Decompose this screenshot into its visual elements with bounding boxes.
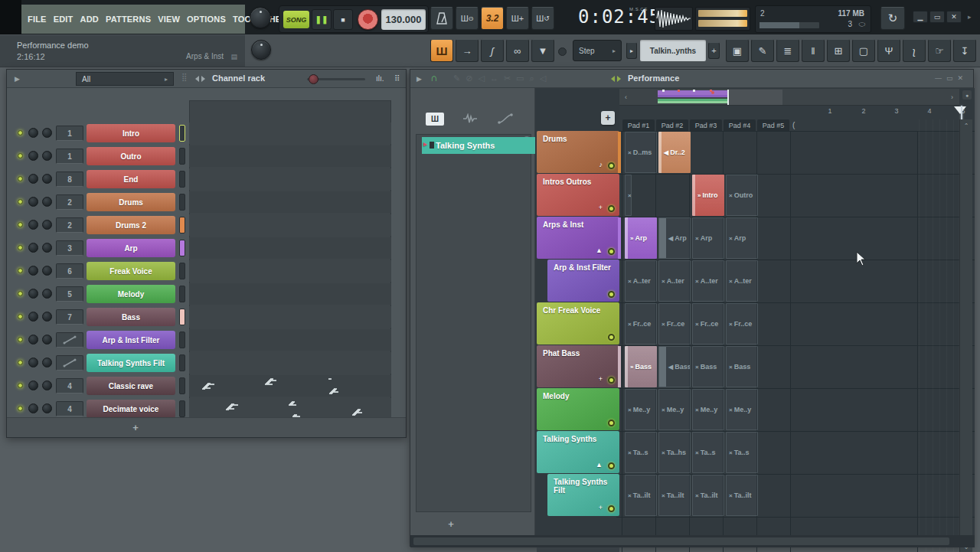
clip-fr-ce[interactable]: ×Fr..ce xyxy=(692,303,724,345)
funnel-button[interactable]: ▼ xyxy=(531,39,554,62)
track-header-arps-inst[interactable]: Arps & Inst▲ xyxy=(537,217,619,259)
track-led[interactable] xyxy=(608,205,615,212)
add-pattern-button[interactable]: + xyxy=(708,42,720,59)
channel-steps-count[interactable]: 2 xyxy=(56,194,83,210)
channel-button-intro[interactable]: Intro xyxy=(87,124,175,142)
touch-button[interactable]: ☞ xyxy=(928,39,951,62)
sequencer-strip[interactable] xyxy=(189,283,391,305)
pattern-indicator[interactable] xyxy=(179,240,185,256)
sequencer-strip[interactable] xyxy=(189,260,391,282)
sequencer-strip[interactable] xyxy=(189,191,391,213)
clip-arp[interactable]: ×Arp xyxy=(692,217,724,259)
toggle-channel-rack-button[interactable]: ≣ xyxy=(776,39,799,62)
channel-led[interactable] xyxy=(18,130,23,136)
track-header-talking-synths-filt[interactable]: Talking Synths Filt+ xyxy=(547,474,619,516)
clip-me-y[interactable]: ×Me..y xyxy=(658,389,691,430)
clip-fr-ce[interactable]: ×Fr..ce xyxy=(726,303,758,345)
close-button[interactable]: ✕ xyxy=(946,11,962,23)
volume-knob[interactable] xyxy=(42,403,52,413)
channel-steps-count[interactable]: 7 xyxy=(56,309,83,325)
clip-intro[interactable]: »Intro xyxy=(692,175,724,216)
track-led[interactable] xyxy=(608,248,615,255)
drag-handle-icon[interactable]: ⣿ xyxy=(181,73,186,81)
menu-view[interactable]: VIEW xyxy=(158,15,180,24)
channel-steps-count[interactable]: 8 xyxy=(56,171,83,187)
pattern-indicator[interactable] xyxy=(179,286,185,302)
plugin-database-button[interactable]: ▢ xyxy=(852,39,875,62)
channel-steps-count[interactable]: 6 xyxy=(56,263,83,279)
countdown-button[interactable]: 3.2 xyxy=(481,7,504,30)
track-led[interactable] xyxy=(608,377,615,384)
channel-rack-header[interactable]: ▶ All ▸ ⣿ Channel rack ılı. ⠿ xyxy=(7,70,406,88)
clip-d-ms[interactable]: ×D..ms xyxy=(625,132,657,173)
add-channel-button[interactable]: + xyxy=(122,420,149,434)
pan-knob[interactable] xyxy=(28,197,38,207)
channel-button-outro[interactable]: Outro xyxy=(87,147,175,165)
clip-ta-s[interactable]: ×Ta..s xyxy=(692,432,724,473)
link-button[interactable]: ∞ xyxy=(506,39,529,62)
track-led[interactable] xyxy=(608,162,615,169)
blend-notes-button[interactable]: Ш+ xyxy=(506,7,529,30)
plugin-button[interactable]: Ψ xyxy=(877,39,900,62)
clip-a-ter[interactable]: ×A..ter xyxy=(658,260,691,302)
channel-button-end[interactable]: End xyxy=(87,170,175,188)
clip-arp[interactable]: ◀Arp xyxy=(658,217,691,259)
clip-bass[interactable]: »Bass xyxy=(625,346,657,387)
track-badge-tri[interactable]: ▲ xyxy=(596,461,603,469)
pattern-indicator[interactable] xyxy=(179,194,185,211)
clip-arp[interactable]: »Arp xyxy=(625,217,657,259)
track-badge-note[interactable]: ♪ xyxy=(599,161,603,168)
tempo-display[interactable]: 130.000 xyxy=(381,9,426,30)
step-edit-button[interactable]: → xyxy=(456,39,479,62)
slide-button[interactable]: ʃ xyxy=(481,39,504,62)
track-header-phat-bass[interactable]: Phat Bass+ xyxy=(537,345,619,387)
channel-led[interactable] xyxy=(18,291,23,296)
track-header-talking-synths[interactable]: Talking Synths▲ xyxy=(537,431,619,473)
pause-button[interactable]: ❚❚ xyxy=(312,9,332,30)
volume-knob[interactable] xyxy=(42,358,52,367)
volume-knob[interactable] xyxy=(42,128,52,138)
renew-button[interactable]: ↺ xyxy=(880,7,905,30)
playlist-collapse-arrow[interactable]: ▶ xyxy=(416,75,422,83)
channel-led[interactable] xyxy=(18,268,23,273)
channel-filter-dropdown[interactable]: All ▸ xyxy=(76,72,174,86)
channel-steps-count[interactable]: 1 xyxy=(56,149,83,164)
track-badge-plus[interactable]: + xyxy=(599,504,603,511)
metronome-button[interactable] xyxy=(430,7,453,30)
playlist-header[interactable]: ▶ ∩ ✎⊘◁↔✂▭⌕◁ Performance ―▭✕ xyxy=(410,70,973,88)
sequencer-strip[interactable] xyxy=(189,214,391,236)
track-badge-tri[interactable]: ▲ xyxy=(596,247,603,254)
clip-fr-ce[interactable]: ×Fr..ce xyxy=(625,303,657,345)
channel-steps-count[interactable]: 2 xyxy=(56,217,83,233)
swing-slider-knob[interactable] xyxy=(309,74,318,84)
channel-led[interactable] xyxy=(18,406,23,411)
channel-button-decimate-voice[interactable]: Decimate voice xyxy=(87,400,175,418)
pattern-indicator[interactable] xyxy=(179,263,185,279)
toggle-piano-roll-button[interactable]: ✎ xyxy=(751,39,774,62)
rack-collapse-arrow[interactable]: ▶ xyxy=(15,75,20,83)
pan-knob[interactable] xyxy=(28,243,38,253)
pan-knob[interactable] xyxy=(28,151,38,161)
pattern-indicator[interactable] xyxy=(179,217,185,234)
time-display[interactable]: 0:02:45 xyxy=(578,6,661,28)
vertical-scrollbar[interactable]: ⌃ ⌄ xyxy=(959,119,972,552)
volume-knob[interactable] xyxy=(42,289,52,299)
menu-add[interactable]: ADD xyxy=(80,15,99,24)
track-header-arp-inst-filter[interactable]: Arp & Inst Filter xyxy=(547,260,619,302)
volume-meter[interactable] xyxy=(695,7,750,31)
clip-bass[interactable]: ×Bass xyxy=(692,346,724,387)
clip-me-y[interactable]: ×Me..y xyxy=(726,389,758,430)
snap-magnet-icon[interactable]: ∩ xyxy=(430,72,437,83)
pan-knob[interactable] xyxy=(28,128,38,138)
menu-file[interactable]: FILE xyxy=(28,15,47,24)
clip-a-ter[interactable]: ×A..ter xyxy=(726,260,758,302)
horizontal-scrollbar[interactable] xyxy=(410,535,975,547)
track-header-melody[interactable]: Melody xyxy=(537,388,619,430)
menu-options[interactable]: OPTIONS xyxy=(187,15,226,24)
export-button[interactable]: ↧ xyxy=(953,39,976,62)
swing-slider[interactable] xyxy=(307,78,365,80)
clip-bass[interactable]: ◀Bass xyxy=(658,346,691,387)
wait-for-input-button[interactable]: Шʘ xyxy=(456,7,479,30)
picker-add-button[interactable]: + xyxy=(439,517,462,531)
toggle-mixer-button[interactable]: ‖ xyxy=(802,39,825,62)
